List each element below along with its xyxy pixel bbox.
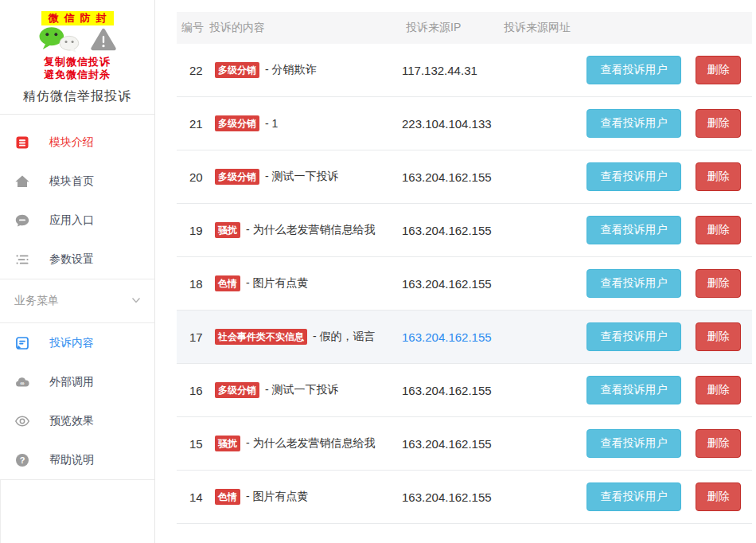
complaint-cell: 多级分销- 1 (207, 115, 402, 131)
app-title: 精仿微信举报投诉 (0, 88, 154, 105)
complaint-text: - 1 (265, 117, 278, 130)
logo-ribbon: 微信防封 (41, 11, 114, 25)
logo-icons (0, 27, 154, 56)
view-complaint-user-button[interactable]: 查看投诉用户 (586, 216, 681, 244)
view-complaint-user-button[interactable]: 查看投诉用户 (586, 482, 681, 511)
delete-button[interactable]: 删除 (696, 56, 741, 84)
view-complaint-user-button[interactable]: 查看投诉用户 (586, 56, 681, 84)
header-source-ip: 投诉来源IP (402, 21, 504, 35)
row-actions: 查看投诉用户 删除 (586, 56, 752, 84)
row-id: 21 (177, 117, 207, 131)
header-source-url: 投诉来源网址 (504, 21, 586, 35)
sidebar-item-preview-effect[interactable]: 预览效果 (0, 401, 154, 440)
view-complaint-user-button[interactable]: 查看投诉用户 (586, 322, 681, 351)
table-row: 16 多级分销- 测试一下投诉 163.204.162.155 查看投诉用户 删… (177, 364, 752, 417)
category-badge: 色情 (215, 489, 240, 505)
complaint-cell: 骚扰- 为什么老发营销信息给我 (207, 436, 402, 451)
delete-button[interactable]: 删除 (696, 429, 741, 458)
delete-button[interactable]: 删除 (696, 322, 741, 351)
complaint-cell: 骚扰- 为什么老发营销信息给我 (207, 222, 402, 238)
view-complaint-user-button[interactable]: 查看投诉用户 (586, 109, 681, 138)
logo-slogan-line2: 避免微信封杀 (0, 68, 154, 81)
delete-button[interactable]: 删除 (696, 216, 741, 244)
category-badge: 多级分销 (215, 382, 259, 398)
home-icon (14, 174, 30, 189)
row-actions: 查看投诉用户 删除 (586, 482, 752, 511)
complaints-table: 编号 投诉的内容 投诉来源IP 投诉来源网址 22 多级分销- 分销欺诈 117… (177, 12, 752, 524)
category-badge: 多级分销 (215, 115, 259, 131)
wechat-icon (37, 26, 82, 57)
complaint-cell: 多级分销- 测试一下投诉 (207, 382, 402, 398)
category-badge: 社会事件类不实信息 (215, 329, 307, 345)
table-row: 22 多级分销- 分销欺诈 117.132.44.31 查看投诉用户 删除 (177, 44, 752, 97)
complaint-cell: 多级分销- 分销欺诈 (207, 62, 402, 78)
chevron-down-icon (130, 294, 142, 309)
svg-text:∞: ∞ (20, 379, 24, 386)
source-ip: 163.204.162.155 (402, 224, 504, 237)
row-id: 15 (177, 437, 207, 451)
sidebar-item-external-call[interactable]: ∞ 外部调用 (0, 362, 154, 401)
logo-slogan-line1: 复制微信投诉 (0, 56, 154, 68)
sidebar-item-help-docs[interactable]: ? 帮助说明 (0, 440, 154, 479)
delete-button[interactable]: 删除 (696, 109, 741, 138)
row-actions: 查看投诉用户 删除 (586, 376, 752, 404)
sidebar-empty-area (0, 480, 154, 543)
category-badge: 多级分销 (215, 62, 259, 78)
source-ip: 163.204.162.155 (402, 170, 504, 184)
row-id: 18 (177, 277, 207, 291)
row-id: 16 (177, 384, 207, 397)
row-actions: 查看投诉用户 删除 (586, 162, 752, 191)
source-ip: 223.104.104.133 (402, 117, 504, 131)
complaint-cell: 色情- 图片有点黄 (207, 489, 402, 505)
sidebar-item-app-entry[interactable]: 应用入口 (0, 201, 154, 240)
row-actions: 查看投诉用户 删除 (586, 216, 752, 244)
delete-button[interactable]: 删除 (696, 482, 741, 511)
source-ip: 163.204.162.155 (402, 490, 504, 504)
source-ip: 163.204.162.155 (402, 384, 504, 397)
row-id: 22 (177, 64, 207, 77)
complaint-cell: 色情- 图片有点黄 (207, 275, 402, 291)
sidebar-item-complaint-content[interactable]: 投诉内容 (0, 323, 154, 362)
table-header-row: 编号 投诉的内容 投诉来源IP 投诉来源网址 (177, 12, 752, 44)
sidebar-menu-business: 投诉内容 ∞ 外部调用 预览效果 ? 帮助说明 (0, 323, 154, 479)
source-ip[interactable]: 163.204.162.155 (402, 330, 504, 344)
view-complaint-user-button[interactable]: 查看投诉用户 (586, 269, 681, 298)
warning-icon (90, 27, 117, 56)
complaint-cell: 多级分销- 测试一下投诉 (207, 169, 402, 185)
cloud-icon: ∞ (14, 374, 30, 390)
sidebar-item-param-settings[interactable]: 参数设置 (0, 240, 154, 279)
sidebar-item-module-intro[interactable]: 模块介绍 (0, 123, 154, 162)
source-ip: 163.204.162.155 (402, 437, 504, 451)
table-body: 22 多级分销- 分销欺诈 117.132.44.31 查看投诉用户 删除 21… (177, 44, 752, 524)
complaint-text: - 图片有点黄 (246, 276, 309, 289)
row-actions: 查看投诉用户 删除 (586, 322, 752, 351)
row-id: 19 (177, 224, 207, 237)
complaint-cell: 社会事件类不实信息- 假的，谣言 (207, 329, 402, 345)
app-window: 微信防封 (0, 0, 756, 543)
delete-button[interactable]: 删除 (696, 376, 741, 404)
complaint-text: - 测试一下投诉 (265, 383, 339, 396)
svg-text:?: ? (20, 455, 25, 464)
help-icon: ? (14, 452, 30, 468)
source-ip: 117.132.44.31 (402, 64, 504, 77)
delete-button[interactable]: 删除 (696, 162, 741, 191)
sidebar-menu-top: 模块介绍 模块首页 应用入口 参数设置 (0, 115, 154, 279)
document-icon (14, 335, 30, 351)
source-ip: 163.204.162.155 (402, 277, 504, 291)
eye-icon (14, 413, 30, 429)
header-content: 投诉的内容 (207, 21, 402, 35)
view-complaint-user-button[interactable]: 查看投诉用户 (586, 162, 681, 191)
table-row: 20 多级分销- 测试一下投诉 163.204.162.155 查看投诉用户 删… (177, 150, 752, 204)
table-row: 14 色情- 图片有点黄 163.204.162.155 查看投诉用户 删除 (177, 471, 752, 524)
main-content: 编号 投诉的内容 投诉来源IP 投诉来源网址 22 多级分销- 分销欺诈 117… (155, 0, 756, 543)
settings-icon (14, 252, 30, 268)
delete-button[interactable]: 删除 (696, 269, 741, 298)
view-complaint-user-button[interactable]: 查看投诉用户 (586, 376, 681, 404)
view-complaint-user-button[interactable]: 查看投诉用户 (586, 429, 681, 458)
category-badge: 骚扰 (215, 436, 240, 451)
complaint-text: - 为什么老发营销信息给我 (246, 223, 376, 236)
sidebar-item-module-home[interactable]: 模块首页 (0, 162, 154, 201)
category-badge: 色情 (215, 275, 240, 291)
table-row: 17 社会事件类不实信息- 假的，谣言 163.204.162.155 查看投诉… (177, 311, 752, 364)
sidebar-section-business-menu[interactable]: 业务菜单 (0, 279, 154, 322)
